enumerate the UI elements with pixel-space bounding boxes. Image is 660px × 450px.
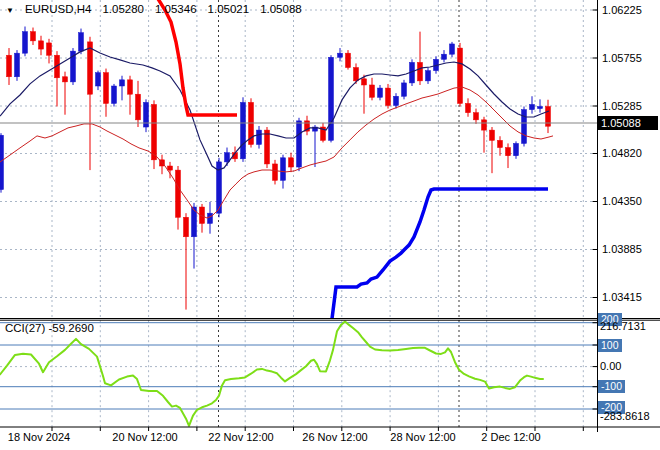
candle-bullish — [79, 33, 84, 51]
candle-bearish — [498, 140, 503, 147]
candle-bullish — [208, 213, 213, 223]
candle-bearish — [39, 41, 44, 49]
candle-bearish — [482, 120, 487, 130]
candle-bearish — [128, 80, 133, 94]
candle-bearish — [176, 170, 181, 217]
candle-bullish — [442, 54, 447, 59]
time-axis-label[interactable]: 20 Nov 12:00 — [112, 431, 177, 443]
candle-bullish — [426, 71, 431, 81]
chart-window: ▼ EURUSD,H4 1.05280 1.05346 1.05021 1.05… — [0, 0, 660, 450]
cci-extreme-label: 216.7131 — [600, 320, 646, 333]
candle-bearish — [88, 42, 93, 94]
price-axis-label[interactable]: 1.03415 — [602, 291, 642, 304]
candle-bullish — [338, 53, 343, 57]
candle-bearish — [265, 130, 270, 164]
cci-level-label: 100 — [598, 339, 622, 352]
candle-bearish — [490, 130, 495, 140]
price-axis-label[interactable]: 1.03885 — [602, 243, 642, 256]
candle-bearish — [458, 48, 463, 103]
candle-bearish — [362, 79, 367, 85]
candle-bullish — [329, 57, 334, 140]
candle-bearish — [47, 43, 52, 55]
time-axis-label[interactable]: 2 Dec 12:00 — [481, 431, 540, 443]
cci-extreme-label: 0.00 — [600, 360, 621, 373]
candle-bullish — [257, 130, 262, 144]
price-axis-label[interactable]: 1.06225 — [602, 4, 642, 17]
candle-bullish — [23, 32, 28, 54]
bid-price-tag: 1.05088 — [598, 116, 658, 130]
candle-bearish — [168, 166, 173, 170]
candle-bearish — [184, 217, 189, 236]
cci-level-label: -100 — [598, 380, 625, 393]
time-axis-label[interactable]: 22 Nov 12:00 — [208, 431, 273, 443]
candle-bullish — [378, 88, 383, 97]
candle-bullish — [530, 104, 535, 109]
candle-bullish — [15, 53, 20, 77]
candle-bearish — [136, 94, 141, 120]
candle-bullish — [281, 158, 286, 181]
price-axis-label[interactable]: 1.05755 — [602, 52, 642, 65]
candle-bearish — [7, 55, 12, 77]
candle-bearish — [506, 148, 511, 156]
candle-bullish — [297, 121, 302, 167]
candle-bearish — [289, 158, 294, 167]
candle-bullish — [450, 44, 455, 54]
price-chart-canvas[interactable] — [0, 0, 660, 450]
candle-bullish — [402, 83, 407, 96]
candle-bullish — [0, 135, 4, 189]
candle-bearish — [474, 113, 479, 120]
candle-bearish — [346, 53, 351, 67]
candle-bullish — [241, 102, 246, 158]
candle-bullish — [225, 153, 230, 162]
candle-bullish — [538, 107, 543, 109]
candle-bullish — [120, 80, 125, 86]
candle-bearish — [354, 68, 359, 81]
time-axis-label[interactable]: 28 Nov 12:00 — [390, 431, 455, 443]
candle-bullish — [514, 143, 519, 155]
candle-bullish — [394, 96, 399, 105]
candle-bearish — [370, 85, 375, 97]
price-axis-label[interactable]: 1.05285 — [602, 100, 642, 113]
candle-bullish — [96, 73, 101, 86]
candle-bearish — [418, 62, 423, 80]
cci-extreme-label: -283.8618 — [600, 410, 650, 423]
price-axis-label[interactable]: 1.04350 — [602, 195, 642, 208]
candle-bullish — [522, 110, 527, 144]
candle-bearish — [152, 104, 157, 159]
candle-bearish — [31, 32, 36, 41]
time-axis-label[interactable]: 18 Nov 2024 — [8, 431, 70, 443]
candle-bearish — [63, 77, 68, 82]
time-axis-label[interactable]: 26 Nov 12:00 — [302, 431, 367, 443]
candle-bearish — [466, 103, 471, 112]
candle-bearish — [104, 73, 109, 104]
candle-bearish — [386, 88, 391, 105]
candle-bearish — [273, 164, 278, 180]
candle-bullish — [112, 86, 117, 103]
price-axis-label[interactable]: 1.04820 — [602, 147, 642, 160]
